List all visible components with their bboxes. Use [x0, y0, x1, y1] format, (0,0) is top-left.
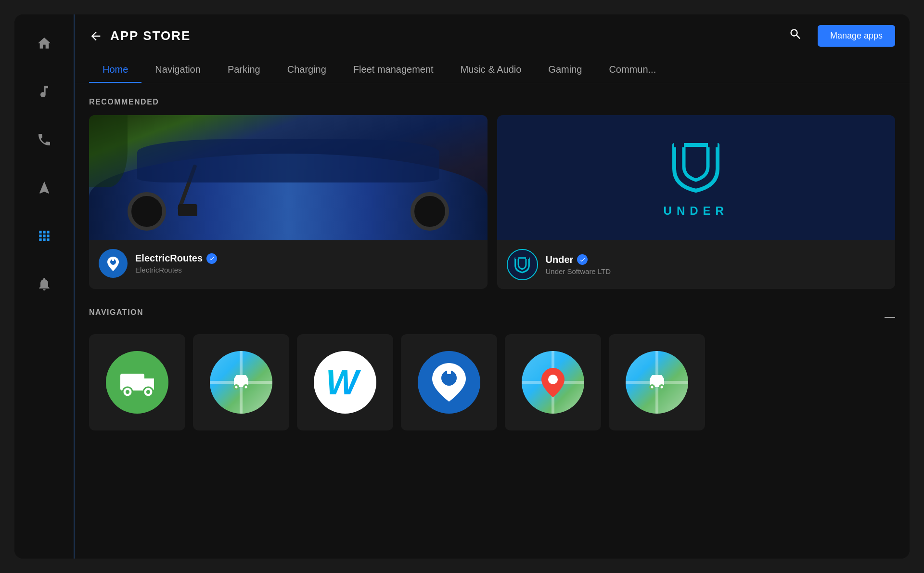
electricroutes-name: ElectricRoutes: [135, 253, 217, 264]
recommended-grid: ElectricRoutes ElectricRoutes: [89, 115, 895, 289]
svg-rect-3: [112, 265, 114, 268]
sidebar-item-home[interactable]: [30, 29, 59, 58]
location-app-card[interactable]: [505, 334, 601, 430]
main-content: APP STORE Manage apps Home Navigation Pa…: [75, 14, 910, 559]
er-nav-icon: [418, 351, 480, 414]
svg-rect-19: [447, 368, 451, 374]
truck-app-card[interactable]: [89, 334, 185, 430]
electricroutes-icon: [99, 249, 128, 278]
waze-app-card[interactable]: W: [297, 334, 393, 430]
svg-rect-20: [447, 388, 451, 393]
waze-app-icon: W: [314, 351, 376, 414]
tab-gaming[interactable]: Gaming: [535, 57, 595, 83]
recommended-label: RECOMMENDED: [89, 98, 895, 106]
sidebar-item-navigate[interactable]: [30, 173, 59, 202]
electricroutes-developer: ElectricRoutes: [135, 266, 217, 274]
under-developer: Under Software LTD: [546, 267, 611, 275]
tab-home[interactable]: Home: [89, 57, 141, 83]
svg-point-16: [245, 386, 247, 389]
under-text: UNDER: [664, 204, 729, 218]
electricroutes-info: ElectricRoutes ElectricRoutes: [135, 253, 217, 274]
svg-point-24: [651, 386, 654, 389]
svg-point-15: [235, 386, 238, 389]
tab-parking[interactable]: Parking: [214, 57, 274, 83]
gmaps-app-icon: [626, 351, 688, 414]
maps-app-card[interactable]: [193, 334, 289, 430]
under-card[interactable]: UNDER: [497, 115, 896, 289]
svg-text:W: W: [326, 363, 361, 402]
sidebar-item-music[interactable]: [30, 77, 59, 106]
tab-music[interactable]: Music & Audio: [447, 57, 535, 83]
sidebar-item-notifications[interactable]: [30, 270, 59, 299]
manage-apps-button[interactable]: Manage apps: [818, 25, 895, 47]
svg-rect-2: [112, 259, 114, 261]
tab-fleet[interactable]: Fleet management: [340, 57, 447, 83]
electricroutes-verified: [206, 253, 217, 264]
sidebar-item-apps[interactable]: [30, 221, 59, 250]
under-info: Under Under Software LTD: [546, 254, 611, 275]
electricroutes-card[interactable]: ElectricRoutes ElectricRoutes: [89, 115, 488, 289]
sidebar-item-phone[interactable]: [30, 125, 59, 154]
nav-tabs: Home Navigation Parking Charging Fleet m…: [75, 57, 910, 83]
under-image: UNDER: [497, 115, 896, 240]
under-icon: [507, 249, 538, 280]
under-footer: Under Under Software LTD: [497, 240, 896, 289]
navigation-apps-grid: W: [89, 334, 895, 430]
under-verified: [577, 254, 588, 265]
navigation-section-label: NAVIGATION: [89, 308, 143, 317]
svg-point-11: [126, 390, 129, 394]
tab-community[interactable]: Commun...: [595, 57, 669, 83]
back-button[interactable]: [89, 29, 103, 43]
svg-point-12: [146, 390, 150, 394]
truck-app-icon: [106, 351, 168, 414]
search-button[interactable]: [789, 27, 802, 44]
content-area: RECOMMENDED: [75, 83, 910, 559]
under-name: Under: [546, 254, 611, 265]
svg-point-25: [661, 386, 663, 389]
svg-point-21: [548, 375, 558, 384]
electricroutes-footer: ElectricRoutes ElectricRoutes: [89, 240, 488, 286]
header: APP STORE Manage apps: [75, 14, 910, 57]
tab-charging[interactable]: Charging: [274, 57, 340, 83]
under-logo: UNDER: [664, 138, 729, 218]
sidebar: [14, 14, 75, 559]
location-app-icon: [522, 351, 584, 414]
tab-navigation[interactable]: Navigation: [141, 57, 214, 83]
page-title: APP STORE: [110, 28, 781, 43]
er-nav-card[interactable]: [401, 334, 497, 430]
gmaps-app-card[interactable]: [609, 334, 705, 430]
navigation-scroll-right[interactable]: —: [885, 311, 895, 323]
maps-app-icon: [210, 351, 272, 414]
